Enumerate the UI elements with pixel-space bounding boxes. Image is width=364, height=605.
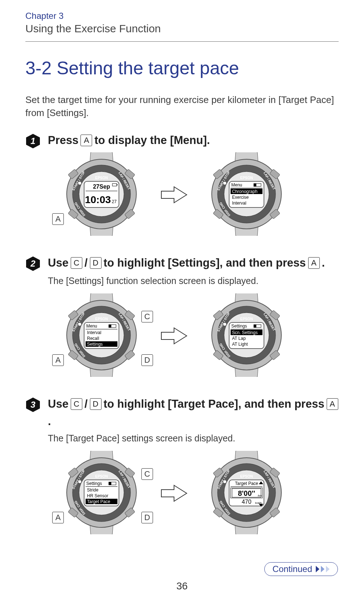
- svg-text:27: 27: [112, 199, 117, 204]
- step-3-p0: Use: [48, 396, 69, 412]
- svg-marker-132: [316, 566, 319, 572]
- svg-text:Interval: Interval: [87, 330, 101, 335]
- continued-badge: Continued: [264, 562, 338, 576]
- callout-d: D: [141, 512, 153, 523]
- step-2: 2 Use C / D to highlight [Settings], and…: [25, 255, 339, 271]
- svg-text:kcal/h: kcal/h: [255, 502, 262, 504]
- svg-rect-19: [112, 184, 117, 186]
- watch-1-right: LAP / RESETSTART / STOPDISP. CHGEPSONMen…: [199, 152, 294, 237]
- chapter-label: Chapter 3: [25, 11, 339, 21]
- step-1-text-post: to display the [Menu].: [94, 133, 210, 148]
- svg-text:1: 1: [30, 136, 35, 146]
- svg-rect-81: [231, 329, 262, 329]
- svg-marker-133: [321, 566, 324, 572]
- watch-illustration: LAP / RESETSTART / STOPDISP. CHGEPSON27S…: [54, 152, 149, 236]
- callout-c: C: [141, 311, 153, 322]
- svg-text:Settings: Settings: [231, 324, 247, 329]
- callout-d: D: [141, 354, 153, 366]
- svg-text:2: 2: [30, 259, 36, 268]
- svg-rect-15: [86, 191, 117, 191]
- svg-text:Target Pace: Target Pace: [235, 481, 258, 486]
- svg-text:EPSON: EPSON: [240, 176, 253, 180]
- step-2-p1: /: [84, 255, 88, 271]
- svg-point-30: [223, 182, 226, 185]
- step-3-p1: /: [84, 396, 88, 412]
- figure-step-2: LAP / RESETSTART / STOPDISP. CHGEPSONMen…: [54, 293, 339, 378]
- svg-text:Menu: Menu: [86, 324, 97, 329]
- svg-point-11: [78, 182, 81, 185]
- step-bullet-1: 1: [25, 133, 41, 149]
- svg-rect-80: [254, 325, 256, 328]
- svg-text:Recall: Recall: [87, 336, 99, 341]
- watch-3-left: LAP / RESETSTART / STOPDISP. CHGEPSONSet…: [54, 451, 149, 536]
- svg-text:Target Pace: Target Pace: [87, 499, 110, 504]
- watch-illustration: LAP / RESETSTART / STOPDISP. CHGEPSONMen…: [54, 293, 149, 377]
- svg-text:3: 3: [30, 400, 36, 409]
- svg-text:27Sep: 27Sep: [93, 184, 110, 190]
- svg-point-74: [223, 323, 226, 326]
- figure-step-3: LAP / RESETSTART / STOPDISP. CHGEPSONSet…: [54, 451, 339, 536]
- watch-illustration: LAP / RESETSTART / STOPDISP. CHGEPSONMen…: [199, 152, 294, 236]
- keycap-a: A: [308, 257, 320, 269]
- svg-rect-103: [109, 482, 111, 485]
- callout-a: A: [52, 354, 64, 366]
- svg-rect-123: [231, 486, 262, 487]
- svg-text:Chronograph: Chronograph: [232, 189, 257, 194]
- svg-rect-59: [109, 325, 111, 328]
- intro-text: Set the target time for your running exe…: [25, 93, 339, 120]
- svg-text:AT Light: AT Light: [232, 342, 248, 347]
- callout-a: A: [52, 512, 64, 523]
- svg-text:470: 470: [242, 499, 252, 505]
- step-3-desc: The [Target Pace] settings screen is dis…: [48, 433, 339, 444]
- svg-text:EPSON: EPSON: [240, 317, 253, 321]
- svg-text:Settings: Settings: [86, 481, 102, 486]
- watch-2-right: LAP / RESETSTART / STOPDISP. CHGEPSONSet…: [199, 293, 294, 378]
- step-bullet-3: 3: [25, 397, 41, 412]
- chapter-subtitle: Using the Exercise Function: [25, 22, 339, 35]
- svg-rect-20: [117, 184, 117, 185]
- svg-text:HR Sensor: HR Sensor: [87, 493, 108, 498]
- arrow-icon: [160, 184, 189, 206]
- svg-rect-37: [231, 188, 262, 188]
- continued-arrows-icon: [316, 566, 332, 572]
- svg-rect-60: [86, 329, 117, 329]
- keycap-a: A: [80, 135, 92, 146]
- watch-3-right: LAP / RESETSTART / STOPDISP. CHGEPSONTar…: [199, 451, 294, 536]
- svg-text:10:03: 10:03: [85, 194, 111, 205]
- watch-illustration: LAP / RESETSTART / STOPDISP. CHGEPSONTar…: [199, 451, 294, 534]
- svg-rect-104: [86, 486, 117, 487]
- step-2-desc: The [Settings] function selection screen…: [48, 276, 339, 286]
- keycap-c: C: [71, 257, 82, 269]
- page-number: 36: [0, 580, 364, 592]
- step-2-p0: Use: [48, 255, 69, 271]
- arrow-icon: [160, 482, 189, 504]
- arrow-icon: [160, 325, 189, 347]
- watch-1-left: LAP / RESETSTART / STOPDISP. CHGEPSON27S…: [54, 152, 149, 237]
- keycap-c: C: [71, 398, 82, 410]
- step-3: 3 Use C / D to highlight [Target Pace], …: [25, 396, 339, 429]
- svg-marker-134: [326, 566, 330, 572]
- step-2-p2: to highlight [Settings], and then press: [104, 255, 306, 271]
- step-1-text-pre: Press: [48, 133, 78, 148]
- step-3-p2: to highlight [Target Pace], and then pre…: [104, 396, 324, 412]
- step-bullet-2: 2: [25, 256, 41, 271]
- keycap-a: A: [327, 398, 338, 410]
- continued-label: Continued: [273, 564, 312, 574]
- svg-point-118: [223, 480, 226, 483]
- keycap-d: D: [90, 257, 102, 269]
- step-1-heading: Press A to display the [Menu].: [48, 133, 210, 148]
- callout-a: A: [52, 213, 64, 225]
- step-2-p3: .: [322, 255, 325, 271]
- svg-text:Exercise: Exercise: [232, 195, 249, 200]
- watch-illustration: LAP / RESETSTART / STOPDISP. CHGEPSONSet…: [54, 451, 149, 534]
- header-rule: [25, 41, 339, 42]
- keycap-d: D: [90, 398, 102, 410]
- step-1: 1 Press A to display the [Menu].: [25, 133, 339, 149]
- figure-step-1: LAP / RESETSTART / STOPDISP. CHGEPSON27S…: [54, 152, 339, 237]
- svg-text:Menu: Menu: [231, 182, 242, 188]
- svg-text:EPSON: EPSON: [240, 474, 253, 478]
- svg-text:8'00'': 8'00'': [238, 489, 255, 497]
- section-title: 3-2 Setting the target pace: [25, 58, 339, 79]
- svg-text:Interval: Interval: [232, 201, 246, 206]
- step-2-heading: Use C / D to highlight [Settings], and t…: [48, 255, 325, 271]
